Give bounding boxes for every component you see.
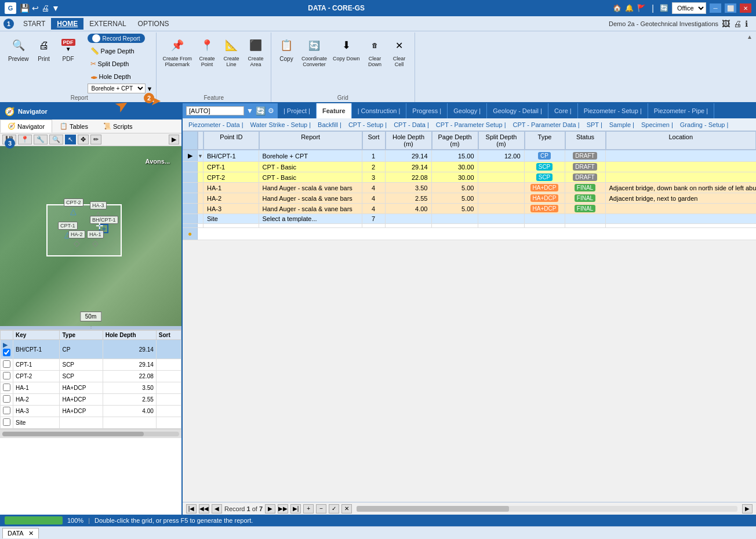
row-hole-depth[interactable]: 22.08 xyxy=(386,172,432,182)
menu-external[interactable]: EXTERNAL xyxy=(83,18,132,30)
toolbar-search[interactable]: 🔍 xyxy=(49,135,63,144)
tab-tables[interactable]: 📋 Tables xyxy=(52,120,96,133)
toolbar-tools[interactable]: 🔧 xyxy=(34,135,48,144)
row-split-depth[interactable] xyxy=(478,214,525,223)
menu-home[interactable]: HOME xyxy=(51,18,83,30)
row-location[interactable] xyxy=(606,172,757,182)
row-point-id[interactable]: CPT-1 xyxy=(203,162,259,172)
split-depth-button[interactable]: ✂ Split Depth xyxy=(88,58,153,70)
dropdown-arrow[interactable]: ▼ xyxy=(147,85,153,92)
map-pin-ha2[interactable]: HA-2 ◇ xyxy=(68,230,85,248)
row-page-depth[interactable] xyxy=(432,214,478,223)
row-page-depth[interactable]: 30.00 xyxy=(432,172,478,182)
row-location[interactable]: Adjacent bridge, down bank on north side… xyxy=(606,183,757,193)
row-report[interactable]: CPT - Basic xyxy=(259,162,362,172)
row-location[interactable] xyxy=(606,214,757,223)
row-checkbox[interactable] xyxy=(1,382,13,394)
toolbar-edit[interactable]: ✏ xyxy=(90,135,101,144)
row-point-id[interactable]: HA-2 xyxy=(203,193,259,203)
row-location[interactable] xyxy=(606,150,757,161)
close-button[interactable]: ✕ xyxy=(740,3,751,13)
nav-next-page[interactable]: ▶▶ xyxy=(278,504,288,513)
left-table-row[interactable]: HA-2 HA+DCP 2.55 xyxy=(1,394,181,406)
tab-project[interactable]: | Project | xyxy=(278,103,317,118)
auto-dropdown[interactable]: ▼ xyxy=(246,107,253,115)
row-report[interactable]: Borehole + CPT xyxy=(259,150,362,161)
row-point-id[interactable]: BH/CPT-1 xyxy=(203,150,259,161)
row-split-depth[interactable] xyxy=(478,183,525,193)
row-type[interactable]: SCP xyxy=(525,162,565,172)
row-point-id[interactable]: Site xyxy=(203,214,259,223)
restore-button[interactable]: ⬜ xyxy=(725,3,736,13)
row-expand[interactable] xyxy=(198,204,203,214)
tab-feature[interactable]: Feature xyxy=(317,103,352,118)
map-pin-ha1[interactable]: HA-1 ◇ xyxy=(87,230,104,248)
nav-first[interactable]: |◀ xyxy=(186,504,197,513)
create-point-button[interactable]: 📍 CreatePoint xyxy=(195,34,219,70)
toolbar-location[interactable]: 📍 xyxy=(18,135,32,144)
row-split-depth[interactable] xyxy=(478,204,525,214)
bottom-tab-data[interactable]: DATA ✕ xyxy=(2,528,39,538)
toolbar-select[interactable]: ↖ xyxy=(65,135,76,144)
row-status[interactable]: DRAFT xyxy=(565,150,606,161)
new-row-empty[interactable] xyxy=(198,228,756,240)
minimize-button[interactable]: ─ xyxy=(710,3,721,13)
tab2-grading[interactable]: Grading - Setup | xyxy=(677,120,732,129)
tab2-spt[interactable]: SPT | xyxy=(583,120,606,129)
toolbar-extra[interactable]: ▶ xyxy=(169,135,179,144)
row-location[interactable] xyxy=(606,162,757,172)
grid-hscroll[interactable] xyxy=(357,506,737,512)
row-sort[interactable]: 4 xyxy=(362,193,386,203)
table-row[interactable]: HA-2 Hand Auger - scala & vane bars 4 2.… xyxy=(183,193,756,204)
nav-next[interactable]: ▶ xyxy=(265,504,275,513)
nav-tick[interactable]: ✓ xyxy=(329,504,339,513)
coordinate-converter-button[interactable]: 🔄 CoordinateConverter xyxy=(299,34,329,70)
tab-core[interactable]: Core | xyxy=(548,103,578,118)
tab2-specimen[interactable]: Specimen | xyxy=(638,120,677,129)
tab-progress[interactable]: Progress | xyxy=(406,103,448,118)
auto-refresh[interactable]: 🔄 xyxy=(256,106,266,115)
row-expand[interactable] xyxy=(198,172,203,182)
row-location[interactable]: Adjacent bridge, next to garden xyxy=(606,193,757,203)
row-hole-depth[interactable]: 2.55 xyxy=(386,193,432,203)
row-hole-depth[interactable] xyxy=(386,224,432,227)
row-status[interactable]: DRAFT xyxy=(565,162,606,172)
row-hole-depth[interactable]: 29.14 xyxy=(386,162,432,172)
tab2-piezo-data[interactable]: Piezometer - Data | xyxy=(185,120,247,129)
auto-settings[interactable]: ⚙ xyxy=(268,107,274,115)
tab2-water-strike[interactable]: Water Strike - Setup | xyxy=(247,120,315,129)
row-checkbox[interactable] xyxy=(1,394,13,406)
table-row[interactable]: CPT-2 CPT - Basic 3 22.08 30.00 SCP DRAF… xyxy=(183,172,756,183)
left-table-row[interactable]: HA-1 HA+DCP 3.50 xyxy=(1,382,181,394)
nav-prev-page[interactable]: ◀◀ xyxy=(199,504,209,513)
auto-input[interactable] xyxy=(186,106,244,115)
row-sort[interactable]: 7 xyxy=(362,214,386,223)
tab2-cpt-setup[interactable]: CPT - Setup | xyxy=(345,120,390,129)
map-pin-cpt2[interactable]: CPT-2 △ xyxy=(64,198,83,216)
row-report[interactable]: Hand Auger - scala & vane bars xyxy=(259,204,362,214)
row-type[interactable]: HA+DCP xyxy=(525,204,565,214)
row-point-id[interactable]: CPT-2 xyxy=(203,172,259,182)
row-page-depth[interactable]: 15.00 xyxy=(432,150,478,161)
row-hole-depth[interactable]: 3.50 xyxy=(386,183,432,193)
tab-scripts[interactable]: 📜 Scripts xyxy=(96,120,140,133)
menu-options[interactable]: OPTIONS xyxy=(132,18,175,30)
pdf-button[interactable]: PDF ▼ PDF xyxy=(57,34,80,64)
row-report[interactable]: Select a template... xyxy=(259,214,362,223)
nav-add[interactable]: + xyxy=(303,504,314,513)
row-checkbox[interactable]: ▶ xyxy=(1,340,13,359)
tab2-cpt-param-setup[interactable]: CPT - Parameter Setup | xyxy=(432,120,510,129)
row-hole-depth[interactable]: 29.14 xyxy=(386,150,432,161)
table-row[interactable]: CPT-1 CPT - Basic 2 29.14 30.00 SCP DRAF… xyxy=(183,162,756,172)
hole-depth-button[interactable]: 🕳 Hole Depth xyxy=(88,71,153,82)
tab-construction[interactable]: | Construction | xyxy=(352,103,407,118)
table-row[interactable] xyxy=(183,224,756,228)
row-page-depth[interactable]: 5.00 xyxy=(432,183,478,193)
row-page-depth[interactable]: 5.00 xyxy=(432,193,478,203)
row-expand[interactable] xyxy=(198,224,203,227)
row-status[interactable]: DRAFT xyxy=(565,172,606,182)
row-location[interactable] xyxy=(606,204,757,214)
row-report[interactable]: CPT - Basic xyxy=(259,172,362,182)
row-split-depth[interactable] xyxy=(478,224,525,227)
row-page-depth[interactable]: 5.00 xyxy=(432,204,478,214)
